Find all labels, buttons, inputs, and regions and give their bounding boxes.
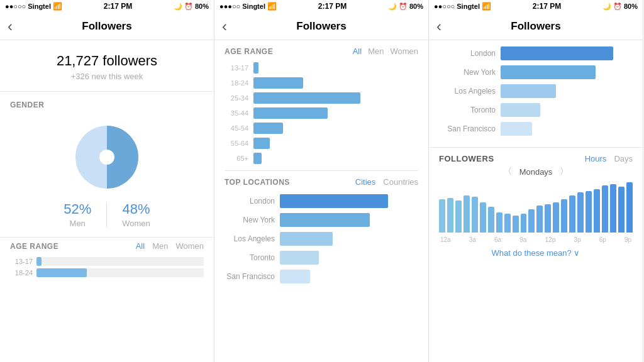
loc-tab-cities[interactable]: Cities: [355, 177, 376, 187]
hour-bar-12: [536, 206, 543, 233]
time-tab-days[interactable]: Days: [614, 154, 633, 163]
time-1: 2:17 PM: [104, 2, 132, 11]
status-bar-3: ●●○○○ Singtel 📶 2:17 PM 🌙 ⏰ 80%: [429, 0, 643, 13]
what-mean[interactable]: What do these mean? ∨: [439, 248, 633, 258]
hbar-row-newyork: New York: [439, 65, 633, 79]
age-filter-women-1[interactable]: Women: [175, 241, 204, 251]
hours-labels: 12a 3a 6a 9a 12p 3p 6p 9p: [439, 236, 633, 243]
header-title-2: Followers: [296, 20, 346, 33]
bar-track-13-17: [253, 62, 418, 74]
hbar-label-toronto: Toronto: [439, 106, 496, 114]
battery-3: 80%: [624, 3, 638, 10]
moon-icon-3: 🌙: [602, 3, 611, 11]
next-day-button[interactable]: 〉: [560, 166, 569, 177]
age-tab-all-2[interactable]: All: [353, 47, 362, 56]
hour-label-6p: 6p: [599, 236, 606, 243]
mini-bar-label-2: 18-24: [10, 269, 33, 277]
bar-track-18-24: [253, 77, 418, 89]
status-left-1: ●●○○○ Singtel 📶: [5, 2, 62, 11]
age-range-title-2: AGE RANGE: [225, 47, 273, 56]
carrier-2: ●●●○○ Singtel: [219, 3, 265, 10]
gender-section: GENDER 52% Men 48%: [0, 92, 214, 238]
hbar-track-newyork: [501, 65, 633, 79]
p1-content: 21,727 followers +326 new this week GEND…: [0, 40, 214, 362]
divider-2: [225, 170, 418, 171]
back-button-1[interactable]: ‹: [8, 18, 13, 35]
back-button-3[interactable]: ‹: [436, 18, 441, 35]
hour-bar-9: [513, 216, 519, 233]
bar-row-55-64: 55-64: [225, 138, 418, 149]
hour-bar-4: [472, 197, 478, 233]
hbar-row-sanfrancisco: San Francisco: [439, 122, 633, 136]
mini-bar-label-1: 13-17: [10, 258, 33, 265]
city-label-losangeles: Los Angeles: [225, 234, 275, 243]
city-row-london: London: [225, 194, 418, 208]
time-tab-hours[interactable]: Hours: [585, 154, 607, 163]
bar-label-35-44: 35-44: [225, 109, 248, 117]
hour-bar-20: [602, 185, 608, 233]
follower-count: 21,727 followers: [0, 53, 214, 69]
hbar-track-losangeles: [501, 84, 633, 98]
status-bar-2: ●●●○○ Singtel 📶 2:17 PM 🌙 ⏰ 80%: [214, 0, 428, 13]
bar-label-55-64: 55-64: [225, 140, 248, 147]
women-label: Women: [122, 219, 150, 228]
hour-bar-10: [521, 214, 527, 233]
hour-label-3a: 3a: [469, 236, 476, 243]
hour-bar-2: [455, 200, 462, 233]
bar-label-18-24: 18-24: [225, 79, 248, 87]
hbar-label-losangeles: Los Angeles: [439, 87, 496, 96]
pie-container: [0, 119, 214, 195]
hour-bar-col-23: [626, 182, 633, 233]
prev-day-button[interactable]: 〈: [503, 166, 512, 177]
age-tab-men-2[interactable]: Men: [368, 47, 384, 56]
moon-icon-1: 🌙: [174, 3, 182, 11]
battery-1: 80%: [195, 3, 209, 10]
p3-content: London New York Los Angeles Toronto San …: [429, 40, 643, 362]
hour-bar-0: [439, 199, 445, 233]
hour-bar-1: [447, 198, 453, 233]
bar-row-65plus: 65+: [225, 153, 418, 164]
mini-bar-bg-1: [36, 257, 204, 266]
hour-bar-col-5: [480, 182, 486, 233]
alarm-icon-3: ⏰: [613, 3, 622, 11]
battery-2: 80%: [409, 3, 423, 10]
hbar-track-toronto: [501, 103, 633, 117]
loc-tab-countries[interactable]: Countries: [383, 177, 418, 187]
hour-bar-col-2: [455, 182, 462, 233]
hour-bar-13: [545, 204, 551, 233]
hour-bar-col-9: [513, 182, 519, 233]
hour-bar-8: [504, 214, 511, 233]
bar-row-18-24: 18-24: [225, 77, 418, 89]
age-filter-men-1[interactable]: Men: [152, 241, 168, 251]
hour-bar-19: [594, 189, 600, 233]
hour-label-9a: 9a: [519, 236, 526, 243]
hour-label-12a: 12a: [440, 236, 451, 243]
hour-bar-col-17: [577, 182, 584, 233]
alarm-icon-2: ⏰: [399, 3, 408, 11]
age-filter-all-1[interactable]: All: [136, 241, 145, 251]
day-nav: 〈 Mondays 〉: [439, 166, 633, 177]
carrier-3: ●●○○○ Singtel: [434, 3, 480, 10]
mini-bar-row-1: 13-17: [10, 257, 204, 266]
age-tab-women-2[interactable]: Women: [390, 47, 418, 56]
hour-bar-17: [577, 192, 584, 233]
status-left-2: ●●●○○ Singtel 📶: [219, 2, 277, 11]
moon-icon-2: 🌙: [388, 3, 397, 11]
bar-label-25-34: 25-34: [225, 94, 248, 102]
hour-bar-6: [488, 207, 494, 233]
city-track-toronto: [280, 251, 418, 265]
city-label-london: London: [225, 197, 275, 206]
hour-bar-16: [569, 195, 575, 233]
panel-2: ●●●○○ Singtel 📶 2:17 PM 🌙 ⏰ 80% ‹ Follow…: [214, 0, 429, 362]
followers-title: FOLLOWERS: [439, 154, 494, 163]
city-label-toronto: Toronto: [225, 253, 275, 262]
bar-label-45-54: 45-54: [225, 124, 248, 132]
header-3: ‹ Followers: [429, 13, 643, 40]
header-title-1: Followers: [82, 20, 131, 33]
bar-track-55-64: [253, 138, 418, 149]
panel-1: ●●○○○ Singtel 📶 2:17 PM 🌙 ⏰ 80% ‹ Follow…: [0, 0, 214, 362]
gender-stats: 52% Men 48% Women: [0, 201, 214, 228]
hbar-row-london: London: [439, 47, 633, 60]
back-button-2[interactable]: ‹: [222, 18, 227, 35]
hour-bar-col-12: [536, 182, 543, 233]
